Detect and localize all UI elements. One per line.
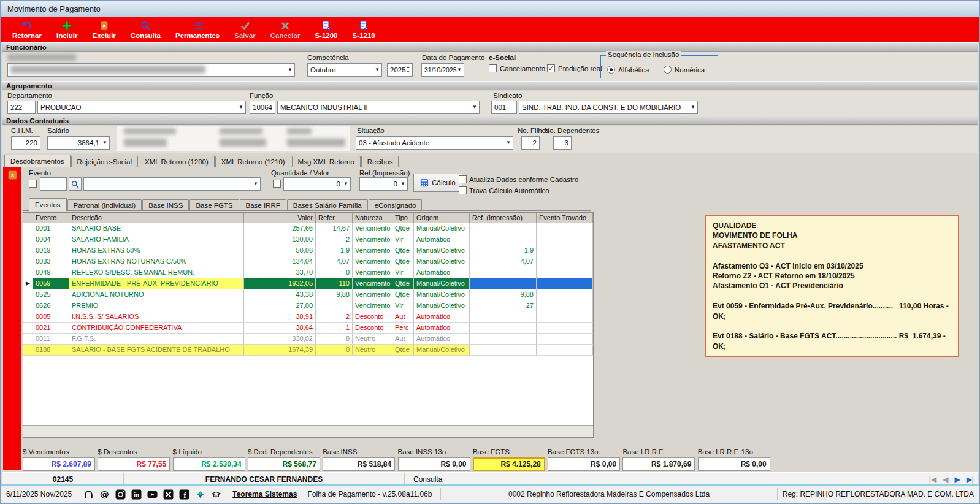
nav-prev-button[interactable]: ◀ — [943, 473, 948, 486]
column-header-valor[interactable]: Valor — [244, 213, 316, 223]
cell-ref_impressao: 9,88 — [470, 289, 537, 300]
quantidade-dropdown[interactable]: 0 — [283, 177, 351, 191]
vendor-link[interactable]: Teorema Sistemas — [228, 486, 302, 503]
year-spinner-arrows[interactable]: ▲▼ — [405, 64, 412, 74]
numerica-radio[interactable] — [664, 66, 672, 74]
situacao-dropdown[interactable]: 03 - Afastado Acidente — [356, 136, 513, 150]
title-bar[interactable]: Movimento de Pagamento — [1, 1, 979, 17]
instagram-icon[interactable] — [115, 489, 126, 500]
table-row-evento-0059[interactable]: ▶0059ENFERMIDADE - PRÉ-AUX. PREVIDENCIÁR… — [23, 278, 593, 289]
check-icon — [240, 21, 250, 31]
evento-checkbox[interactable] — [29, 180, 37, 188]
table-row-evento-0188[interactable]: 0188SALARIO - BASE FGTS ACIDENTE DE TRAB… — [23, 345, 593, 356]
nav-next-button[interactable]: ▶ — [954, 473, 960, 486]
x-icon[interactable] — [163, 489, 174, 500]
toolbar-button-retornar[interactable]: Retornar — [5, 17, 49, 42]
column-header-ref-impress-o[interactable]: Ref. (Impressão) — [470, 213, 537, 223]
cell-tipo: Aut — [392, 311, 414, 322]
toolbar-button-permanentes[interactable]: Permanentes — [168, 17, 227, 42]
youtube-icon[interactable] — [147, 489, 158, 500]
table-row-evento-0049[interactable]: 0049REFLEXO S/DESC. SEMANAL REMUN.33,700… — [23, 267, 593, 278]
summary-label: Base I.R.R.F. — [622, 448, 695, 456]
tab-desdobramentos[interactable]: Desdobramentos — [4, 155, 71, 167]
cell-descricao: SALARIO FAMILIA — [69, 234, 244, 245]
table-row-evento-0011[interactable]: 0011F.G.T.S.330,028NeutroAutAutomático — [23, 334, 593, 345]
linkedin-icon[interactable]: in — [131, 489, 142, 500]
redacted-personal-data-panel — [117, 126, 350, 151]
cell-travado — [537, 278, 593, 289]
subtab-base-fgts[interactable]: Base FGTS — [189, 199, 239, 211]
table-row-evento-0005[interactable]: 0005I.N.S.S. S/ SALARIOS38,912DescontoAu… — [23, 311, 593, 323]
funcao-code-field[interactable]: 10064 — [250, 101, 275, 114]
cell-tipo: Qtde — [392, 289, 414, 300]
subtab-bases-sal-rio-fam-lia[interactable]: Bases Salário Família — [287, 199, 368, 211]
nav-last-button[interactable]: ▶| — [967, 473, 974, 486]
column-header-descri-o[interactable]: Descrição — [69, 213, 244, 223]
paperplane-icon[interactable] — [195, 489, 205, 500]
salario-dropdown[interactable]: 3864,1 — [47, 136, 110, 150]
chm-field[interactable]: 220 — [11, 136, 40, 150]
producao-real-checkbox[interactable]: ✓ — [547, 64, 555, 72]
employee-combobox[interactable] — [7, 63, 295, 77]
headset-icon[interactable] — [83, 489, 94, 500]
filhos-field[interactable]: 2 — [521, 136, 540, 150]
evento-search-button[interactable] — [69, 177, 82, 191]
column-header-tipo[interactable]: Tipo — [392, 213, 414, 223]
funcao-dropdown[interactable]: MECANICO INDUSTRIAL II — [277, 101, 480, 114]
subtab-patronal-individual[interactable]: Patronal (individual) — [67, 199, 142, 211]
notes-line: Evt 0059 - Enfermidade Pré-Aux. Previden… — [713, 301, 952, 321]
column-header-evento[interactable]: Evento — [33, 213, 69, 223]
facebook-icon[interactable]: f — [179, 489, 189, 500]
table-row-evento-0019[interactable]: 0019HORAS EXTRAS 50%50,061,9VencimentoQt… — [23, 245, 593, 256]
toolbar-button-consulta[interactable]: Consulta — [123, 17, 168, 42]
at-icon[interactable]: @ — [99, 489, 110, 500]
table-row-evento-0001[interactable]: 0001SALARIO BASE257,6614,67VencimentoQtd… — [23, 223, 593, 234]
toolbar-button-s-1200[interactable]: S-1200 — [307, 17, 345, 42]
competencia-dropdown[interactable]: Outubro — [307, 63, 382, 77]
sindicato-dropdown[interactable]: SIND. TRAB. IND. DA CONST. E DO MOBILIÁR… — [519, 101, 698, 114]
tab-rejei-o-e-social[interactable]: Rejeição e-Social — [71, 156, 139, 167]
column-header-evento-travado[interactable]: Evento Travado — [537, 213, 593, 223]
cancelamento-checkbox[interactable] — [489, 64, 497, 72]
table-row-evento-0004[interactable]: 0004SALARIO FAMILIA130,002VencimentoVlrA… — [23, 234, 593, 245]
notes-memo[interactable]: QUALIDADEMOVIMENTO DE FOLHAAFASTAMENTO A… — [705, 215, 959, 357]
calculo-button[interactable]: Cálculo — [413, 174, 462, 192]
producao-real-label: Produção real — [558, 65, 602, 72]
search-icon — [140, 21, 150, 31]
toolbar-button-excluir[interactable]: Excluir — [85, 17, 123, 42]
toolbar-button-incluir[interactable]: Incluir — [49, 17, 85, 42]
evento-desc-dropdown[interactable] — [83, 177, 261, 191]
tab-msg-xml-retorno[interactable]: Msg XML Retorno — [292, 156, 361, 167]
departamento-code-field[interactable]: 222 — [7, 101, 36, 114]
ref-impressao-dropdown[interactable]: 0 — [359, 177, 408, 191]
summary-label: Base I.R.R.F. 13o. — [698, 448, 770, 456]
table-row-evento-0525[interactable]: 0525ADICIONAL NOTURNO43,389,88Vencimento… — [23, 289, 593, 300]
alfabetica-radio[interactable] — [607, 66, 615, 74]
tab-recibos[interactable]: Recibos — [361, 156, 399, 167]
record-navigation: |◀ ◀ ▶ ▶| — [929, 473, 974, 486]
subtab-base-irrf[interactable]: Base IRRF — [240, 199, 286, 211]
subtab-base-inss[interactable]: Base INSS — [142, 199, 189, 211]
subtab-econsignado[interactable]: eConsignado — [369, 199, 423, 211]
tab-xml-retorno-1200[interactable]: XML Retorno (1200) — [139, 156, 215, 167]
dependentes-field[interactable]: 3 — [553, 136, 572, 150]
table-row-evento-0021[interactable]: 0021CONTRIBUIÇÃO CONFEDERATIVA38,641Desc… — [23, 323, 593, 334]
nav-first-button[interactable]: |◀ — [929, 473, 936, 486]
data-pagamento-dropdown[interactable]: 31/10/2025 — [421, 63, 464, 77]
subtab-eventos[interactable]: Eventos — [29, 198, 67, 211]
toolbar-button-s-1210[interactable]: S-1210 — [345, 17, 382, 42]
sindicato-code-field[interactable]: 001 — [491, 101, 517, 114]
atualiza-dados-checkbox[interactable] — [459, 175, 467, 183]
evento-code-input[interactable] — [40, 177, 67, 191]
quantidade-checkbox[interactable] — [273, 180, 281, 188]
column-header-origem[interactable]: Origem — [414, 213, 470, 223]
graduation-cap-icon[interactable] — [211, 489, 221, 500]
departamento-dropdown[interactable]: PRODUCAO — [37, 101, 246, 114]
table-row-evento-0033[interactable]: 0033HORAS EXTRAS NOTURNAS C/50%134,044,0… — [23, 256, 593, 267]
column-header-refer[interactable]: Refer. — [316, 213, 353, 223]
tab-xml-retorno-1210[interactable]: XML Retorno (1210) — [215, 156, 291, 167]
delete-event-icon[interactable]: x — [8, 170, 17, 180]
column-header-natureza[interactable]: Natureza — [353, 213, 392, 223]
table-row-evento-0626[interactable]: 0626PREMIO27,00VencimentoVlrManual/Colet… — [23, 300, 593, 311]
trava-calculo-checkbox[interactable] — [459, 186, 467, 194]
